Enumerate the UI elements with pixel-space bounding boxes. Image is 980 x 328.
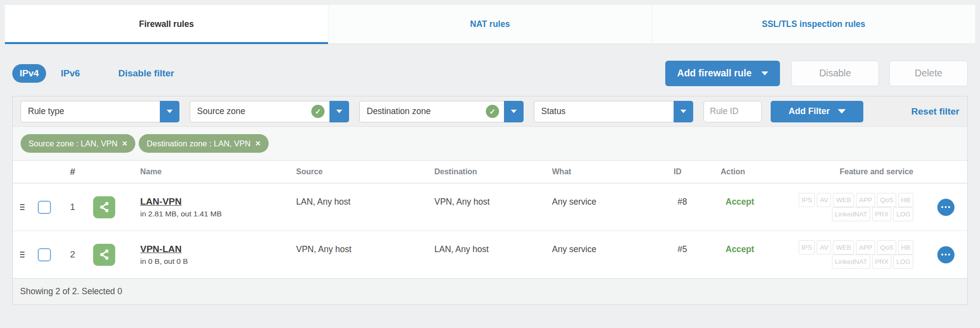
row-features-cell: IPSAVWEBAPPQoSHB LinkedNATPRXLOG	[778, 240, 924, 269]
table-footer: Showing 2 of 2. Selected 0	[13, 278, 967, 305]
source-zone-dropdown-button[interactable]	[329, 101, 349, 122]
toolbar: IPv4 IPv6 Disable filter Add firewall ru…	[12, 60, 968, 86]
rule-type-dropdown-button[interactable]	[160, 101, 179, 122]
row-what: Any service	[552, 231, 674, 255]
rule-name-link[interactable]: LAN-VPN	[140, 196, 296, 207]
tab-firewall-rules[interactable]: Firewall rules	[5, 5, 328, 44]
row-menu-cell	[924, 199, 967, 216]
header-name: Name	[140, 167, 296, 176]
row-action-status: Accept	[721, 184, 778, 207]
ellipsis-menu-icon[interactable]	[937, 199, 955, 216]
destination-zone-dropdown[interactable]: Destination zone ✓	[359, 101, 524, 122]
feature-badge: WEB	[833, 193, 854, 207]
destination-zone-filter-chip: Destination zone : LAN, VPN ✕	[139, 134, 269, 153]
source-zone-filter-chip: Source zone : LAN, VPN ✕	[21, 134, 135, 153]
feature-badge: QoS	[877, 193, 896, 207]
row-menu-cell	[924, 246, 967, 263]
rule-type-field: Rule type	[21, 101, 160, 122]
feature-badges-line1: IPSAVWEBAPPQoSHB	[782, 193, 913, 207]
tab-bar: Firewall rules NAT rules SSL/TLS inspect…	[5, 5, 975, 44]
header-number: #	[57, 166, 88, 177]
row-checkbox[interactable]	[38, 248, 51, 261]
feature-badges-line1: IPSAVWEBAPPQoSHB	[782, 240, 913, 255]
row-id: #5	[674, 231, 721, 255]
header-destination: Destination	[434, 167, 552, 176]
reset-filter-link[interactable]: Reset filter	[911, 106, 959, 117]
destination-zone-dropdown-button[interactable]	[504, 101, 524, 122]
add-firewall-rule-button[interactable]: Add firewall rule	[665, 61, 780, 86]
feature-badge: PRX	[872, 207, 892, 221]
add-filter-label: Add Filter	[789, 106, 830, 117]
row-checkbox-cell	[31, 248, 57, 261]
tab-label: NAT rules	[470, 19, 510, 29]
row-id: #8	[674, 184, 721, 207]
drag-handle-icon[interactable]	[18, 202, 26, 212]
chevron-down-icon	[761, 71, 768, 75]
network-share-icon	[93, 244, 115, 266]
drag-handle-icon[interactable]	[18, 250, 26, 259]
feature-badge: AV	[817, 240, 831, 255]
row-destination: VPN, Any host	[434, 184, 552, 207]
feature-badge: LinkedNAT	[832, 207, 870, 221]
chevron-down-icon	[167, 110, 173, 113]
firewall-rules-panel: Rule type Source zone ✓ Destination zone	[12, 96, 968, 305]
status-dropdown-button[interactable]	[674, 101, 693, 122]
row-drag-cell	[13, 202, 31, 212]
ipv4-label: IPv4	[20, 68, 39, 79]
row-icon-cell	[88, 244, 140, 266]
tab-label: Firewall rules	[139, 19, 194, 29]
row-icon-cell	[88, 196, 140, 218]
row-name-cell: LAN-VPN in 2.81 MB, out 1.41 MB	[140, 196, 296, 218]
ipv6-toggle[interactable]: IPv6	[61, 68, 80, 79]
status-field: Status	[534, 101, 674, 122]
chip-label: Destination zone : LAN, VPN	[147, 139, 251, 148]
row-number: 2	[57, 249, 88, 260]
close-icon[interactable]: ✕	[255, 140, 261, 147]
tab-ssl-tls-inspection-rules[interactable]: SSL/TLS inspection rules	[652, 5, 975, 44]
disable-filter-link[interactable]: Disable filter	[118, 68, 174, 79]
header-what: What	[552, 167, 674, 176]
tab-nat-rules[interactable]: NAT rules	[328, 5, 652, 44]
rule-name-link[interactable]: VPN-LAN	[140, 244, 296, 255]
header-feature-and-service: Feature and service	[778, 165, 924, 178]
network-share-icon	[93, 196, 115, 218]
showing-summary: Showing 2 of 2. Selected 0	[20, 286, 122, 296]
source-zone-field: Source zone ✓	[190, 101, 329, 122]
feature-badge: HB	[898, 240, 913, 255]
table-row: 1 LAN-VPN in 2.81 MB, out 1.41 MB LAN, A…	[13, 183, 967, 231]
source-zone-dropdown[interactable]: Source zone ✓	[190, 101, 349, 122]
feature-badge: QoS	[877, 240, 896, 255]
source-zone-label: Source zone	[197, 106, 307, 117]
add-filter-button[interactable]: Add Filter	[771, 101, 863, 122]
row-checkbox[interactable]	[38, 201, 51, 214]
feature-badge: LOG	[893, 207, 913, 221]
feature-badges-line2: LinkedNATPRXLOG	[782, 207, 913, 221]
feature-badge: APP	[856, 240, 875, 255]
delete-button[interactable]: Delete	[889, 61, 968, 86]
table-row: 2 VPN-LAN in 0 B, out 0 B VPN, Any host	[13, 231, 967, 278]
rule-id-input[interactable]	[704, 101, 762, 122]
header-id: ID	[674, 167, 721, 176]
feature-badge: IPS	[799, 193, 815, 207]
rule-type-dropdown[interactable]: Rule type	[21, 101, 179, 122]
feature-badge: IPS	[799, 240, 815, 255]
row-source: LAN, Any host	[296, 184, 434, 207]
close-icon[interactable]: ✕	[122, 140, 128, 147]
feature-badge: LOG	[893, 255, 913, 269]
status-label: Status	[541, 106, 669, 117]
active-filter-chips: Source zone : LAN, VPN ✕ Destination zon…	[13, 127, 967, 161]
row-features-cell: IPSAVWEBAPPQoSHB LinkedNATPRXLOG	[778, 193, 924, 221]
ipv4-toggle[interactable]: IPv4	[12, 64, 46, 83]
rule-type-label: Rule type	[28, 106, 155, 117]
status-dropdown[interactable]: Status	[534, 101, 693, 122]
feature-badge: WEB	[833, 240, 854, 255]
row-destination: LAN, Any host	[434, 231, 552, 255]
row-action-status: Accept	[721, 231, 778, 255]
check-circle-icon: ✓	[486, 105, 499, 118]
row-number: 1	[57, 202, 88, 212]
rule-traffic: in 2.81 MB, out 1.41 MB	[140, 210, 296, 218]
chevron-down-icon	[838, 109, 846, 114]
ellipsis-menu-icon[interactable]	[937, 246, 955, 263]
disable-button[interactable]: Disable	[791, 61, 879, 86]
feature-badge: APP	[856, 193, 875, 207]
